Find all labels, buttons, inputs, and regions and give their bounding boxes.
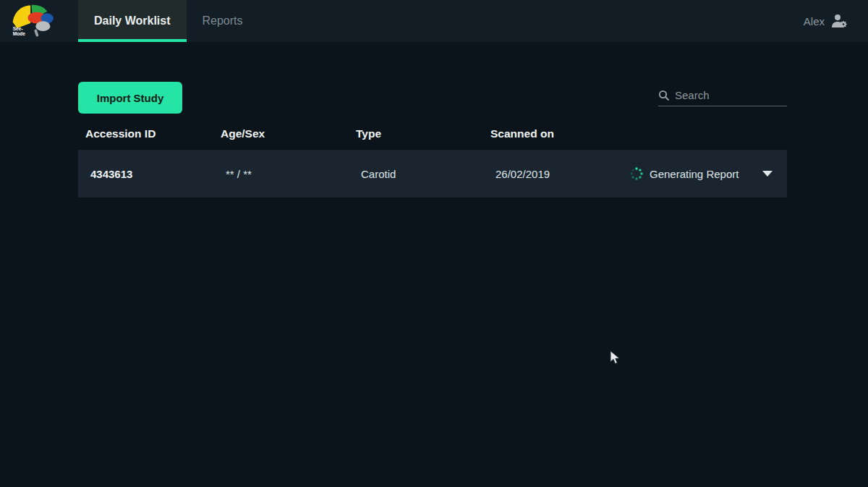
tab-reports[interactable]: Reports (187, 0, 259, 42)
caret-down-icon[interactable] (762, 171, 773, 177)
main-nav: Daily Worklist Reports (78, 0, 259, 42)
cell-scanned-on: 26/02/2019 (495, 168, 630, 180)
worklist-page: Import Study Accession ID Age/Sex Type S… (0, 82, 868, 198)
user-gear-icon (830, 13, 848, 29)
cell-status: Generating Report (630, 167, 787, 180)
status-text: Generating Report (650, 168, 739, 180)
column-header-age-sex: Age/Sex (221, 127, 356, 140)
import-study-button[interactable]: Import Study (78, 82, 182, 114)
search-box[interactable] (658, 89, 787, 106)
app-logo[interactable]: See- Mode (0, 0, 78, 42)
tab-daily-worklist-label: Daily Worklist (94, 14, 171, 27)
column-header-type: Type (356, 127, 490, 140)
worklist-table-header: Accession ID Age/Sex Type Scanned on (78, 123, 787, 145)
cell-age-sex: ** / ** (226, 168, 361, 180)
tab-reports-label: Reports (203, 14, 243, 27)
see-mode-brain-logo-icon: See- Mode (10, 4, 55, 38)
cell-type: Carotid (361, 168, 495, 180)
search-icon (658, 90, 670, 101)
svg-text:Mode: Mode (13, 31, 26, 36)
svg-text:See-: See- (13, 26, 23, 31)
topbar: See- Mode Daily Worklist Reports Alex (0, 0, 868, 42)
column-header-accession-id: Accession ID (85, 127, 221, 140)
column-header-scanned-on: Scanned on (490, 127, 625, 140)
user-menu[interactable]: Alex (804, 0, 868, 42)
user-name: Alex (804, 15, 825, 27)
loading-spinner-icon (630, 167, 643, 180)
worklist-row[interactable]: 4343613 ** / ** Carotid 26/02/2019 Gener… (78, 150, 787, 198)
search-input[interactable] (675, 89, 787, 101)
mouse-cursor (610, 350, 621, 369)
tab-daily-worklist[interactable]: Daily Worklist (78, 0, 187, 42)
toolbar: Import Study (78, 82, 787, 114)
cell-accession-id: 4343613 (90, 168, 226, 180)
